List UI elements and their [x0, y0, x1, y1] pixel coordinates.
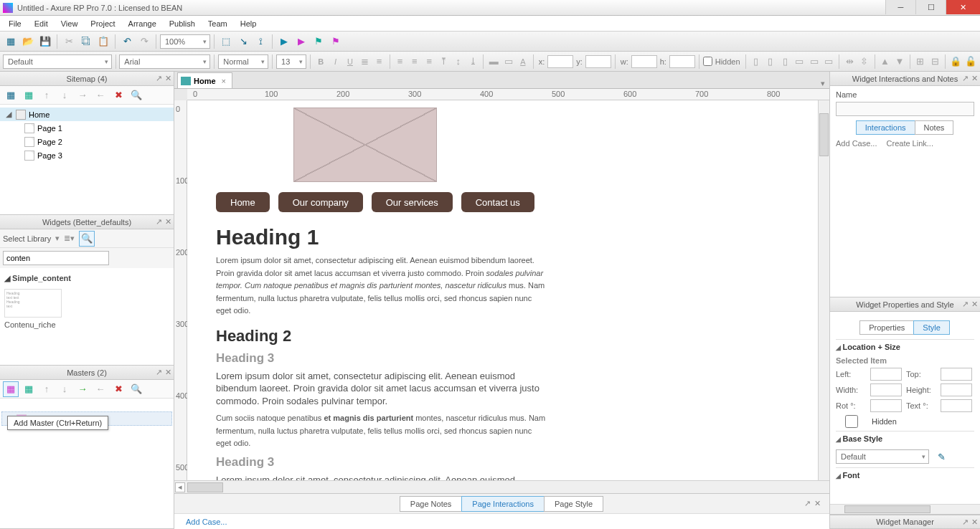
weight-combo[interactable]: Normal	[218, 54, 268, 69]
section-base-style[interactable]: Base Style	[836, 431, 974, 446]
paragraph-4[interactable]: Lorem ipsum dolor sit amet, consectetur …	[216, 474, 546, 480]
textrot-input[interactable]	[941, 399, 972, 412]
sitemap-item-page1[interactable]: Page 1	[0, 121, 174, 135]
dist-v-icon[interactable]: ⇳	[857, 54, 870, 70]
close-panel-icon[interactable]: ✕	[971, 518, 978, 527]
close-panel-icon[interactable]: ✕	[814, 499, 821, 508]
menu-view[interactable]: View	[55, 18, 84, 29]
pin-icon[interactable]: ↗	[156, 74, 162, 83]
lock-icon[interactable]: 🔒	[949, 54, 962, 70]
obj-align4-icon[interactable]: ▭	[793, 54, 806, 70]
italic-icon[interactable]: I	[329, 54, 341, 70]
tab-properties[interactable]: Properties	[859, 320, 914, 335]
menu-team[interactable]: Team	[202, 18, 233, 29]
textcolor-icon[interactable]: A	[517, 54, 529, 70]
valign-mid-icon[interactable]: ↕	[452, 54, 465, 70]
nav-home[interactable]: Home	[216, 192, 270, 212]
scroll-left-icon[interactable]: ◂	[175, 482, 185, 492]
style-combo[interactable]: Default	[3, 54, 112, 69]
open-icon[interactable]: 📂	[20, 34, 36, 49]
point-icon[interactable]: ⟟	[253, 34, 268, 49]
widget-search-input[interactable]	[3, 251, 109, 265]
hidden-checkbox[interactable]	[836, 415, 867, 428]
section-location[interactable]: Location + Size	[836, 339, 974, 354]
obj-align2-icon[interactable]: ▯	[764, 54, 777, 70]
add-page-icon[interactable]: ▦	[3, 87, 19, 103]
obj-align6-icon[interactable]: ▭	[822, 54, 835, 70]
left-input[interactable]	[870, 368, 902, 381]
paragraph-3[interactable]: Cum sociis natoque penatibus et magnis d…	[216, 411, 546, 449]
nav-company[interactable]: Our company	[278, 192, 363, 212]
width-input[interactable]	[870, 383, 902, 396]
obj-align3-icon[interactable]: ▯	[778, 54, 791, 70]
base-style-combo[interactable]: Default	[836, 449, 929, 464]
menu-publish[interactable]: Publish	[164, 18, 201, 29]
font-combo[interactable]: Arial	[119, 54, 210, 69]
add-master2-icon[interactable]: ▦	[21, 381, 37, 397]
select-mode-icon[interactable]: ⬚	[218, 34, 234, 49]
canvas-tab-home[interactable]: Home ×	[177, 72, 232, 88]
create-link[interactable]: Create Link...	[887, 139, 933, 148]
new-icon[interactable]: ▦	[3, 34, 19, 49]
tab-menu-icon[interactable]: ▾	[816, 79, 829, 88]
menu-project[interactable]: Project	[85, 18, 121, 29]
valign-top-icon[interactable]: ⤒	[437, 54, 450, 70]
more-icon[interactable]: ⚑	[328, 34, 344, 49]
menu-arrange[interactable]: Arrange	[123, 18, 162, 29]
connect-icon[interactable]: ↘	[235, 34, 251, 49]
nav-services[interactable]: Our services	[372, 192, 453, 212]
hidden-checkbox[interactable]	[703, 57, 712, 66]
close-button[interactable]: ✕	[946, 0, 980, 14]
preview-icon[interactable]: ▶	[276, 34, 292, 49]
top-input[interactable]	[941, 368, 972, 381]
undo-icon[interactable]: ↶	[119, 34, 135, 49]
copy-icon[interactable]: ⿻	[78, 34, 94, 49]
bold-icon[interactable]: B	[314, 54, 327, 70]
obj-align5-icon[interactable]: ▭	[808, 54, 821, 70]
add-case-link[interactable]: Add Case...	[836, 139, 877, 148]
back-icon[interactable]: ▼	[893, 54, 906, 70]
rot-input[interactable]	[870, 399, 902, 412]
nav-contact[interactable]: Contact us	[461, 192, 534, 212]
heading-1[interactable]: Heading 1	[216, 225, 776, 249]
tab-interactions[interactable]: Interactions	[856, 120, 915, 135]
heading-3b[interactable]: Heading 3	[216, 455, 776, 470]
tab-page-interactions[interactable]: Page Interactions	[461, 496, 545, 512]
align-center-icon[interactable]: ≡	[408, 54, 421, 70]
widget-category[interactable]: ◢ Simple_content	[4, 271, 169, 286]
unlock-icon[interactable]: 🔓	[963, 54, 976, 70]
widget-thumb[interactable]: Headingtext textHeadingtext	[4, 289, 62, 318]
tab-style[interactable]: Style	[913, 320, 949, 335]
close-panel-icon[interactable]: ✕	[165, 74, 171, 83]
redo-icon[interactable]: ↷	[136, 34, 152, 49]
ungroup-icon[interactable]: ⊟	[928, 54, 941, 70]
section-font[interactable]: Font	[836, 467, 974, 482]
menu-edit[interactable]: Edit	[29, 18, 54, 29]
close-tab-icon[interactable]: ×	[222, 77, 226, 85]
y-input[interactable]	[585, 55, 611, 68]
heading-2[interactable]: Heading 2	[216, 327, 776, 345]
sitemap-item-home[interactable]: ◢ Home	[0, 108, 174, 121]
indent-icon[interactable]: ←	[93, 87, 108, 103]
h-input[interactable]	[669, 55, 695, 68]
delete-icon[interactable]: ✖	[110, 87, 126, 103]
underline-icon[interactable]: U	[344, 54, 357, 70]
move-down-icon[interactable]: ↓	[57, 381, 72, 397]
bullets-icon[interactable]: ≣	[358, 54, 371, 70]
valign-bot-icon[interactable]: ⤓	[466, 54, 479, 70]
paragraph-1[interactable]: Lorem ipsum dolor sit amet, consectetur …	[216, 254, 546, 317]
linespace-icon[interactable]: ≡	[372, 54, 385, 70]
search-icon[interactable]: 🔍	[79, 231, 95, 247]
delete-icon[interactable]: ✖	[110, 381, 126, 397]
pin-icon[interactable]: ↗	[156, 368, 162, 377]
publish-icon[interactable]: ▶	[293, 34, 309, 49]
scrollbar-horizontal[interactable]	[830, 504, 980, 514]
group-icon[interactable]: ⊞	[914, 54, 927, 70]
fill-icon[interactable]: ▬	[487, 54, 500, 70]
height-input[interactable]	[941, 383, 972, 396]
edit-style-icon[interactable]: ✎	[933, 449, 949, 464]
menu-file[interactable]: File	[3, 18, 27, 29]
pin-icon[interactable]: ↗	[962, 74, 969, 83]
close-panel-icon[interactable]: ✕	[971, 300, 978, 309]
sitemap-item-page3[interactable]: Page 3	[0, 148, 174, 162]
